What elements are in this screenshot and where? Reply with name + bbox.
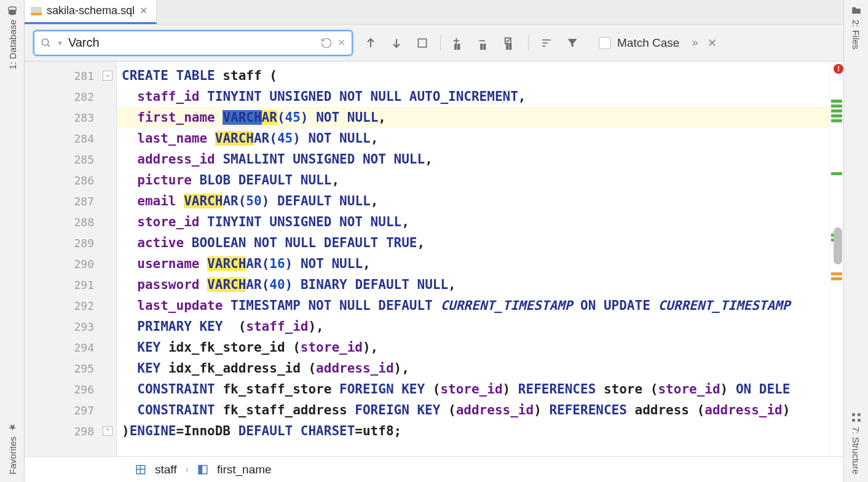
fold-collapse-icon[interactable]: − xyxy=(103,71,112,81)
line-number: 289 xyxy=(25,232,116,253)
svg-rect-2 xyxy=(31,13,42,15)
search-icon xyxy=(41,38,52,49)
database-tool-button[interactable]: 1: Database xyxy=(7,5,18,69)
close-findbar-icon[interactable]: ✕ xyxy=(708,36,717,50)
ruler-match-marker[interactable] xyxy=(831,114,842,117)
svg-text:‖‖: ‖‖ xyxy=(454,44,460,50)
ruler-warning-marker[interactable] xyxy=(831,272,842,275)
line-number: 295 xyxy=(25,358,116,379)
code-line[interactable]: CONSTRAINT fk_staff_store FOREIGN KEY (s… xyxy=(117,379,830,400)
toolbar-separator xyxy=(528,35,529,51)
search-mode-chevron-icon[interactable]: ▼ xyxy=(57,39,63,47)
editor-area: 281−282283284285286287288289290291292293… xyxy=(25,61,843,456)
svg-rect-24 xyxy=(858,414,861,417)
svg-rect-23 xyxy=(852,414,855,417)
add-selection-button[interactable]: ‖‖ xyxy=(447,31,470,55)
svg-text:‖‖: ‖‖ xyxy=(506,44,512,50)
code-line[interactable]: last_name VARCHAR(45) NOT NULL, xyxy=(117,128,830,149)
svg-rect-1 xyxy=(31,7,42,13)
line-number: 292 xyxy=(25,295,116,316)
line-number: 298⌃ xyxy=(25,421,116,441)
line-number: 290 xyxy=(25,253,116,274)
code-line[interactable]: staff_id TINYINT UNSIGNED NOT NULL AUTO_… xyxy=(117,86,830,107)
search-input[interactable] xyxy=(68,36,315,50)
search-history-icon[interactable] xyxy=(320,37,333,49)
select-all-button[interactable] xyxy=(411,31,434,55)
code-line[interactable]: CREATE TABLE staff ( xyxy=(117,65,830,86)
ruler-match-marker[interactable] xyxy=(831,119,842,122)
code-line[interactable]: )ENGINE=InnoDB DEFAULT CHARSET=utf8; xyxy=(117,421,830,441)
ruler-match-marker[interactable] xyxy=(831,100,842,103)
clear-search-icon[interactable]: ✕ xyxy=(337,37,345,49)
breadcrumb-table[interactable]: staff xyxy=(155,463,177,476)
code-line[interactable]: PRIMARY KEY (staff_id), xyxy=(117,316,830,337)
star-icon: ★ xyxy=(7,422,18,433)
code-line[interactable]: CONSTRAINT fk_staff_address FOREIGN KEY … xyxy=(117,400,830,421)
breadcrumb: staff › first_name xyxy=(25,456,843,482)
code-line[interactable]: password VARCHAR(40) BINARY DEFAULT NULL… xyxy=(117,274,830,295)
line-number: 296 xyxy=(25,379,116,400)
line-number: 288 xyxy=(25,211,116,232)
breadcrumb-separator-icon: › xyxy=(186,464,189,475)
scrollbar-thumb[interactable] xyxy=(834,227,842,264)
next-match-button[interactable] xyxy=(385,31,408,55)
breadcrumb-column[interactable]: first_name xyxy=(217,463,272,476)
tab-filename: sakila-schema.sql xyxy=(47,4,135,17)
ruler-match-marker[interactable] xyxy=(831,105,842,108)
line-number: 286 xyxy=(25,170,116,191)
match-case-label: Match Case xyxy=(617,36,679,50)
code-line[interactable]: first_name VARCHAR(45) NOT NULL, xyxy=(117,107,830,128)
sql-file-icon xyxy=(31,7,42,15)
overview-ruler[interactable]: ! xyxy=(830,61,843,456)
more-options-icon[interactable]: » xyxy=(692,36,698,49)
match-case-checkbox[interactable] xyxy=(599,37,611,49)
line-number: 284 xyxy=(25,128,116,149)
svg-rect-22 xyxy=(199,465,202,474)
code-line[interactable]: email VARCHAR(50) DEFAULT NULL, xyxy=(117,191,830,211)
line-number: 297 xyxy=(25,400,116,421)
files-tool-label: 2: Files xyxy=(851,20,861,49)
select-all-occurrences-button[interactable]: ‖‖ xyxy=(499,31,522,55)
ruler-match-marker[interactable] xyxy=(831,109,842,113)
code-line[interactable]: store_id TINYINT UNSIGNED NOT NULL, xyxy=(117,211,830,232)
code-editor[interactable]: CREATE TABLE staff ( staff_id TINYINT UN… xyxy=(117,61,830,456)
code-line[interactable]: KEY idx_fk_store_id (store_id), xyxy=(117,337,830,358)
folder-icon xyxy=(851,5,862,16)
code-line[interactable]: address_id SMALLINT UNSIGNED NOT NULL, xyxy=(117,149,830,170)
favorites-tool-button[interactable]: Favorites ★ xyxy=(7,422,18,475)
svg-line-4 xyxy=(47,44,50,47)
find-bar: ▼ ✕ ‖‖ ‖‖ ‖‖ Match Case » ✕ xyxy=(25,25,843,61)
line-number: 281− xyxy=(25,65,116,86)
editor-main: sakila-schema.sql ✕ ▼ ✕ ‖‖ ‖‖ ‖‖ xyxy=(25,0,843,482)
svg-rect-25 xyxy=(852,419,855,422)
file-tab[interactable]: sakila-schema.sql ✕ xyxy=(25,0,157,24)
structure-tool-label: 7: Structure xyxy=(851,427,861,475)
prev-match-button[interactable] xyxy=(359,31,382,55)
files-tool-button[interactable]: 2: Files xyxy=(851,5,862,49)
column-icon xyxy=(197,464,208,475)
match-case-option[interactable]: Match Case xyxy=(599,36,679,50)
left-tool-rail: 1: Database Favorites ★ xyxy=(0,0,25,482)
code-line[interactable]: picture BLOB DEFAULT NULL, xyxy=(117,170,830,191)
toggle-filter-button[interactable] xyxy=(535,31,558,55)
ruler-warning-marker[interactable] xyxy=(831,277,842,280)
code-line[interactable]: KEY idx_fk_address_id (address_id), xyxy=(117,358,830,379)
right-tool-rail: 2: Files 7: Structure xyxy=(843,0,868,482)
database-tool-label: 1: Database xyxy=(7,20,17,69)
svg-text:‖‖: ‖‖ xyxy=(480,44,486,50)
error-indicator-icon[interactable]: ! xyxy=(834,64,843,74)
structure-tool-button[interactable]: 7: Structure xyxy=(851,412,862,475)
find-toolbar: ‖‖ ‖‖ ‖‖ xyxy=(359,31,584,55)
line-number: 293 xyxy=(25,316,116,337)
line-number: 294 xyxy=(25,337,116,358)
ruler-match-marker[interactable] xyxy=(831,172,842,175)
code-line[interactable]: active BOOLEAN NOT NULL DEFAULT TRUE, xyxy=(117,232,830,253)
remove-selection-button[interactable]: ‖‖ xyxy=(473,31,496,55)
code-line[interactable]: last_update TIMESTAMP NOT NULL DEFAULT C… xyxy=(117,295,830,316)
tab-close-icon[interactable]: ✕ xyxy=(140,5,148,17)
fold-end-icon[interactable]: ⌃ xyxy=(103,426,112,436)
code-line[interactable]: username VARCHAR(16) NOT NULL, xyxy=(117,253,830,274)
database-icon xyxy=(7,5,18,16)
svg-point-3 xyxy=(42,39,49,45)
filter-button[interactable] xyxy=(561,31,584,55)
